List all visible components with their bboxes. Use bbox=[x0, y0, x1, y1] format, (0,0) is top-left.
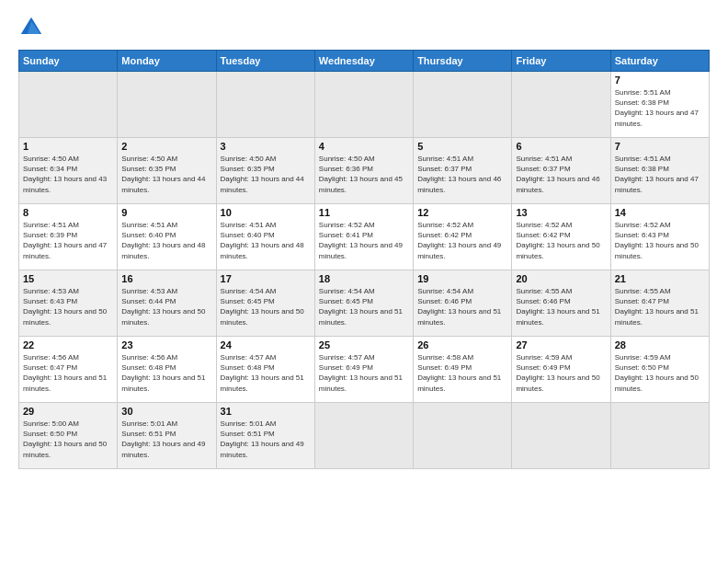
day-number: 15 bbox=[23, 273, 113, 284]
day-detail: Sunrise: 4:57 AMSunset: 6:48 PMDaylight:… bbox=[221, 352, 311, 394]
weekday-header-row: SundayMondayTuesdayWednesdayThursdayFrid… bbox=[19, 51, 710, 72]
day-detail: Sunrise: 4:53 AMSunset: 6:44 PMDaylight:… bbox=[121, 286, 211, 327]
weekday-header-wednesday: Wednesday bbox=[314, 51, 413, 72]
day-detail: Sunrise: 4:56 AMSunset: 6:48 PMDaylight:… bbox=[121, 352, 211, 394]
calendar-cell: 18Sunrise: 4:54 AMSunset: 6:45 PMDayligh… bbox=[314, 270, 413, 337]
day-detail: Sunrise: 4:59 AMSunset: 6:49 PMDaylight:… bbox=[516, 352, 606, 394]
day-number: 10 bbox=[221, 207, 311, 218]
day-detail: Sunrise: 4:50 AMSunset: 6:35 PMDaylight:… bbox=[221, 154, 311, 195]
weekday-header-sunday: Sunday bbox=[19, 51, 118, 72]
calendar-week-2: 8Sunrise: 4:51 AMSunset: 6:39 PMDaylight… bbox=[19, 204, 710, 270]
day-detail: Sunrise: 4:52 AMSunset: 6:43 PMDaylight:… bbox=[615, 220, 705, 261]
day-detail: Sunrise: 4:51 AMSunset: 6:37 PMDaylight:… bbox=[516, 154, 606, 195]
calendar-cell bbox=[118, 72, 216, 138]
day-number: 7 bbox=[615, 141, 705, 152]
day-detail: Sunrise: 4:50 AMSunset: 6:34 PMDaylight:… bbox=[23, 154, 113, 195]
day-number: 24 bbox=[221, 339, 311, 350]
day-detail: Sunrise: 4:51 AMSunset: 6:39 PMDaylight:… bbox=[23, 220, 113, 261]
day-number: 27 bbox=[516, 339, 606, 350]
calendar-cell: 7Sunrise: 4:51 AMSunset: 6:38 PMDaylight… bbox=[610, 138, 709, 204]
calendar-cell: 17Sunrise: 4:54 AMSunset: 6:45 PMDayligh… bbox=[216, 270, 314, 337]
day-detail: Sunrise: 4:56 AMSunset: 6:47 PMDaylight:… bbox=[23, 352, 113, 394]
day-detail: Sunrise: 4:52 AMSunset: 6:42 PMDaylight:… bbox=[417, 220, 507, 261]
calendar-cell bbox=[610, 403, 709, 469]
day-number: 8 bbox=[23, 207, 113, 218]
calendar-table: SundayMondayTuesdayWednesdayThursdayFrid… bbox=[18, 50, 710, 469]
day-detail: Sunrise: 5:01 AMSunset: 6:51 PMDaylight:… bbox=[121, 419, 211, 460]
calendar-cell: 3Sunrise: 4:50 AMSunset: 6:35 PMDaylight… bbox=[216, 138, 314, 204]
day-number: 29 bbox=[23, 406, 113, 417]
day-number: 4 bbox=[319, 141, 409, 152]
calendar-cell: 27Sunrise: 4:59 AMSunset: 6:49 PMDayligh… bbox=[512, 337, 610, 403]
day-number: 1 bbox=[23, 141, 113, 152]
weekday-header-monday: Monday bbox=[118, 51, 216, 72]
calendar-week-0: 7Sunrise: 5:51 AMSunset: 6:38 PMDaylight… bbox=[19, 72, 710, 138]
calendar-week-5: 29Sunrise: 5:00 AMSunset: 6:50 PMDayligh… bbox=[19, 403, 710, 469]
day-detail: Sunrise: 4:53 AMSunset: 6:43 PMDaylight:… bbox=[23, 286, 113, 327]
day-detail: Sunrise: 4:52 AMSunset: 6:41 PMDaylight:… bbox=[319, 220, 409, 261]
page: SundayMondayTuesdayWednesdayThursdayFrid… bbox=[0, 0, 728, 563]
day-detail: Sunrise: 4:54 AMSunset: 6:46 PMDaylight:… bbox=[417, 286, 507, 327]
calendar-cell: 1Sunrise: 4:50 AMSunset: 6:34 PMDaylight… bbox=[19, 138, 118, 204]
calendar-cell bbox=[216, 72, 314, 138]
day-detail: Sunrise: 4:57 AMSunset: 6:49 PMDaylight:… bbox=[319, 352, 409, 394]
calendar-cell: 25Sunrise: 4:57 AMSunset: 6:49 PMDayligh… bbox=[314, 337, 413, 403]
calendar-cell: 24Sunrise: 4:57 AMSunset: 6:48 PMDayligh… bbox=[216, 337, 314, 403]
weekday-header-saturday: Saturday bbox=[610, 51, 709, 72]
day-number: 5 bbox=[417, 141, 507, 152]
day-number: 9 bbox=[121, 207, 211, 218]
calendar-week-4: 22Sunrise: 4:56 AMSunset: 6:47 PMDayligh… bbox=[19, 337, 710, 403]
weekday-header-friday: Friday bbox=[512, 51, 610, 72]
calendar-cell: 31Sunrise: 5:01 AMSunset: 6:51 PMDayligh… bbox=[216, 403, 314, 469]
day-detail: Sunrise: 4:55 AMSunset: 6:46 PMDaylight:… bbox=[516, 286, 606, 327]
calendar-cell: 26Sunrise: 4:58 AMSunset: 6:49 PMDayligh… bbox=[414, 337, 512, 403]
calendar-cell bbox=[512, 72, 610, 138]
calendar-cell: 21Sunrise: 4:55 AMSunset: 6:47 PMDayligh… bbox=[610, 270, 709, 337]
day-number: 28 bbox=[615, 339, 705, 350]
calendar-cell: 22Sunrise: 4:56 AMSunset: 6:47 PMDayligh… bbox=[19, 337, 118, 403]
day-number: 7 bbox=[615, 75, 705, 86]
calendar-cell: 15Sunrise: 4:53 AMSunset: 6:43 PMDayligh… bbox=[19, 270, 118, 337]
calendar-cell: 23Sunrise: 4:56 AMSunset: 6:48 PMDayligh… bbox=[118, 337, 216, 403]
logo-icon bbox=[18, 15, 44, 40]
calendar-cell: 30Sunrise: 5:01 AMSunset: 6:51 PMDayligh… bbox=[118, 403, 216, 469]
day-number: 19 bbox=[417, 273, 507, 284]
day-number: 16 bbox=[121, 273, 211, 284]
day-detail: Sunrise: 4:58 AMSunset: 6:49 PMDaylight:… bbox=[417, 352, 507, 394]
day-number: 13 bbox=[516, 207, 606, 218]
day-number: 14 bbox=[615, 207, 705, 218]
calendar-week-3: 15Sunrise: 4:53 AMSunset: 6:43 PMDayligh… bbox=[19, 270, 710, 337]
day-detail: Sunrise: 5:00 AMSunset: 6:50 PMDaylight:… bbox=[23, 419, 113, 460]
day-number: 31 bbox=[221, 406, 311, 417]
weekday-header-thursday: Thursday bbox=[414, 51, 512, 72]
day-detail: Sunrise: 4:50 AMSunset: 6:36 PMDaylight:… bbox=[319, 154, 409, 195]
calendar-week-1: 1Sunrise: 4:50 AMSunset: 6:34 PMDaylight… bbox=[19, 138, 710, 204]
calendar-cell: 14Sunrise: 4:52 AMSunset: 6:43 PMDayligh… bbox=[610, 204, 709, 270]
day-number: 22 bbox=[23, 339, 113, 350]
day-number: 3 bbox=[221, 141, 311, 152]
day-number: 23 bbox=[121, 339, 211, 350]
day-number: 25 bbox=[319, 339, 409, 350]
day-number: 2 bbox=[121, 141, 211, 152]
calendar-cell: 8Sunrise: 4:51 AMSunset: 6:39 PMDaylight… bbox=[19, 204, 118, 270]
day-detail: Sunrise: 4:52 AMSunset: 6:42 PMDaylight:… bbox=[516, 220, 606, 261]
calendar-cell bbox=[414, 72, 512, 138]
calendar-cell: 7Sunrise: 5:51 AMSunset: 6:38 PMDaylight… bbox=[610, 72, 709, 138]
day-detail: Sunrise: 4:54 AMSunset: 6:45 PMDaylight:… bbox=[221, 286, 311, 327]
day-detail: Sunrise: 4:59 AMSunset: 6:50 PMDaylight:… bbox=[615, 352, 705, 394]
calendar-cell: 20Sunrise: 4:55 AMSunset: 6:46 PMDayligh… bbox=[512, 270, 610, 337]
calendar-cell bbox=[19, 72, 118, 138]
day-detail: Sunrise: 5:01 AMSunset: 6:51 PMDaylight:… bbox=[221, 419, 311, 460]
calendar-cell: 16Sunrise: 4:53 AMSunset: 6:44 PMDayligh… bbox=[118, 270, 216, 337]
day-detail: Sunrise: 5:51 AMSunset: 6:38 PMDaylight:… bbox=[615, 87, 705, 129]
calendar-cell bbox=[314, 72, 413, 138]
day-detail: Sunrise: 4:54 AMSunset: 6:45 PMDaylight:… bbox=[319, 286, 409, 327]
day-number: 6 bbox=[516, 141, 606, 152]
day-detail: Sunrise: 4:50 AMSunset: 6:35 PMDaylight:… bbox=[121, 154, 211, 195]
calendar-cell: 6Sunrise: 4:51 AMSunset: 6:37 PMDaylight… bbox=[512, 138, 610, 204]
calendar-cell: 5Sunrise: 4:51 AMSunset: 6:37 PMDaylight… bbox=[414, 138, 512, 204]
calendar-cell bbox=[512, 403, 610, 469]
calendar-cell: 10Sunrise: 4:51 AMSunset: 6:40 PMDayligh… bbox=[216, 204, 314, 270]
calendar-cell: 11Sunrise: 4:52 AMSunset: 6:41 PMDayligh… bbox=[314, 204, 413, 270]
day-number: 20 bbox=[516, 273, 606, 284]
